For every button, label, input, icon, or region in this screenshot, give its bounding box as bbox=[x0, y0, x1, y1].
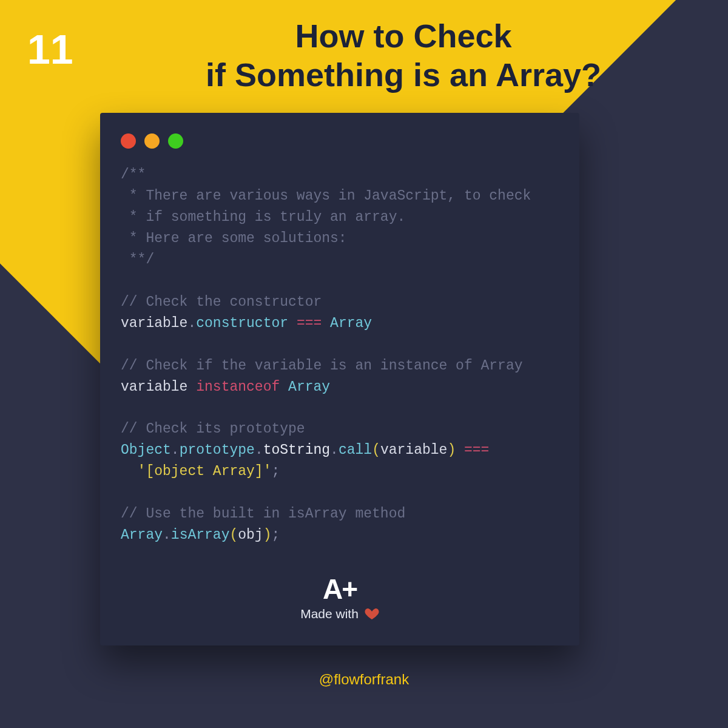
code-token: // Check if the variable is an instance … bbox=[121, 358, 523, 374]
code-token bbox=[280, 379, 288, 395]
code-token: '[object Array]' bbox=[138, 463, 272, 479]
social-handle: @flowforfrank bbox=[0, 671, 728, 688]
code-token: isArray bbox=[171, 527, 230, 543]
code-token: . bbox=[163, 527, 171, 543]
made-with-text: Made with bbox=[300, 607, 359, 621]
code-token bbox=[456, 442, 464, 458]
code-token: Array bbox=[121, 527, 163, 543]
code-token: === bbox=[297, 315, 322, 331]
code-token: Object bbox=[121, 442, 171, 458]
code-token: . bbox=[171, 442, 180, 458]
close-icon bbox=[121, 133, 136, 149]
code-token: /** bbox=[121, 167, 146, 183]
code-token: **/ bbox=[121, 252, 154, 268]
code-token: === bbox=[464, 442, 489, 458]
code-token: constructor bbox=[196, 315, 288, 331]
code-token bbox=[121, 463, 138, 479]
brand-logo: A+ bbox=[121, 575, 559, 603]
code-token: // Check the constructor bbox=[121, 294, 322, 310]
maximize-icon bbox=[168, 133, 183, 149]
title-line-1: How to Check bbox=[295, 18, 511, 54]
code-token: call bbox=[339, 442, 372, 458]
code-token: variable bbox=[380, 442, 447, 458]
code-token: * Here are some solutions: bbox=[121, 231, 347, 246]
code-token: obj bbox=[238, 527, 263, 543]
code-token: ) bbox=[447, 442, 456, 458]
made-with-label: Made with bbox=[300, 607, 379, 621]
code-token: ( bbox=[229, 527, 238, 543]
title-line-2: if Something is an Array? bbox=[206, 56, 601, 93]
card-footer: A+ Made with bbox=[121, 575, 559, 621]
page-number: 11 bbox=[27, 25, 73, 73]
code-token: toString bbox=[263, 442, 330, 458]
code-token: . bbox=[330, 442, 339, 458]
code-token bbox=[288, 315, 297, 331]
code-token: prototype bbox=[180, 442, 255, 458]
code-token: instanceof bbox=[196, 379, 280, 395]
code-token: * There are various ways in JavaScript, … bbox=[121, 188, 531, 204]
code-token: * if something is truly an array. bbox=[121, 209, 405, 225]
code-token: variable bbox=[121, 379, 196, 395]
code-card: /** * There are various ways in JavaScri… bbox=[100, 113, 579, 645]
code-token: Array bbox=[330, 315, 372, 331]
code-token: ( bbox=[372, 442, 380, 458]
code-block: /** * There are various ways in JavaScri… bbox=[121, 164, 559, 546]
minimize-icon bbox=[144, 133, 160, 149]
code-token: // Check its prototype bbox=[121, 421, 305, 437]
heart-icon bbox=[365, 607, 379, 621]
window-traffic-lights bbox=[121, 133, 559, 149]
code-token: ; bbox=[272, 527, 280, 543]
code-token: . bbox=[187, 315, 196, 331]
code-token: variable bbox=[121, 315, 187, 331]
code-token bbox=[322, 315, 330, 331]
code-token: Array bbox=[288, 379, 330, 395]
page-title: How to Check if Something is an Array? bbox=[115, 17, 692, 94]
code-token: ) bbox=[263, 527, 272, 543]
code-token: ; bbox=[271, 463, 280, 479]
code-token: . bbox=[255, 442, 263, 458]
code-token: // Use the built in isArray method bbox=[121, 506, 405, 522]
